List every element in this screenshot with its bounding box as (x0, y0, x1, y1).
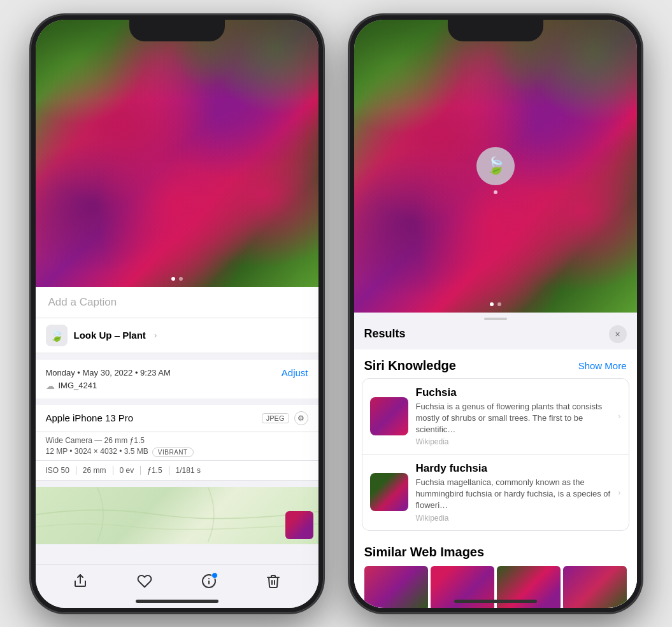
lookup-label: Look Up – Plant (74, 330, 146, 341)
mp-spec: 12 MP • 3024 × 4032 • 3.5 MB (46, 447, 148, 456)
hardy-fuchsia-chevron-icon: › (618, 488, 620, 497)
home-bar (136, 600, 218, 603)
share-button[interactable] (73, 574, 88, 589)
fuchsia-text: Fuchsia Fuchsia is a genus of flowering … (416, 386, 611, 447)
lookup-chevron-icon: › (154, 330, 157, 340)
results-panel: Results × Siri Knowledge Show More (354, 313, 637, 608)
siri-knowledge-header: Siri Knowledge Show More (354, 349, 637, 378)
hardy-fuchsia-source: Wikipedia (416, 514, 611, 523)
photo-date: Monday • May 30, 2022 • 9:23 AM (46, 368, 171, 377)
fuchsia-chevron-icon: › (618, 411, 620, 421)
similar-image-4[interactable] (563, 566, 627, 608)
hardy-fuchsia-name: Hardy fuchsia (416, 462, 611, 475)
format-badge: JPEG (262, 413, 289, 423)
knowledge-card: Fuchsia Fuchsia is a genus of flowering … (362, 378, 629, 531)
handle-bar (484, 318, 507, 320)
fuchsia-thumbnail (370, 397, 408, 435)
hardy-fuchsia-desc: Fuchsia magellanica, commonly known as t… (416, 477, 611, 512)
meta-section: Monday • May 30, 2022 • 9:23 AM Adjust ☁… (36, 360, 318, 398)
results-content: Siri Knowledge Show More Fuchsia (354, 349, 637, 608)
lookup-row[interactable]: 🍃 Look Up – Plant › (36, 318, 318, 353)
results-close-button[interactable]: × (609, 325, 627, 343)
fuchsia-source: Wikipedia (416, 437, 611, 446)
similar-section: Similar Web Images (354, 536, 637, 608)
similar-title: Similar Web Images (364, 545, 627, 560)
info-badge-dot (211, 572, 218, 579)
vibrant-badge: VIBRANT (152, 447, 194, 457)
show-more-button[interactable]: Show More (578, 360, 627, 371)
exif-ev: 0 ev (113, 466, 141, 475)
info-button[interactable] (201, 574, 217, 589)
caption-field[interactable]: Add a Caption (36, 287, 318, 318)
adjust-button[interactable]: Adjust (282, 367, 308, 378)
exif-focal: 26 mm (76, 466, 113, 475)
delete-button[interactable] (266, 574, 281, 589)
home-bar-right (454, 600, 537, 603)
siri-visual-search-badge[interactable]: 🍃 (476, 147, 515, 185)
siri-dot (494, 190, 497, 194)
hardy-fuchsia-thumbnail (370, 473, 408, 511)
page-dot-2 (179, 277, 183, 281)
exif-aperture: ƒ1.5 (141, 466, 169, 475)
gear-icon[interactable]: ⚙ (294, 411, 308, 425)
map-photo-thumb (285, 511, 313, 539)
filename: IMG_4241 (59, 381, 97, 390)
caption-placeholder: Add a Caption (48, 296, 117, 308)
results-title: Results (364, 327, 406, 341)
page-dot-r2 (497, 302, 501, 306)
exif-row: ISO 50 26 mm 0 ev ƒ1.5 1/181 s (36, 461, 318, 481)
map-preview[interactable] (36, 487, 318, 544)
flower-photo[interactable] (36, 20, 318, 287)
knowledge-item-fuchsia[interactable]: Fuchsia Fuchsia is a genus of flowering … (362, 379, 629, 455)
siri-knowledge-title: Siri Knowledge (364, 358, 456, 373)
device-section: Apple iPhone 13 Pro JPEG ⚙ Wide Camera —… (36, 405, 318, 481)
page-dot-r1 (490, 302, 494, 306)
like-button[interactable] (137, 574, 152, 589)
hardy-fuchsia-text: Hardy fuchsia Fuchsia magellanica, commo… (416, 462, 611, 523)
page-dot-1 (171, 277, 175, 281)
panel-handle (354, 313, 637, 323)
results-header: Results × (354, 323, 637, 349)
fuchsia-desc: Fuchsia is a genus of flowering plants t… (416, 401, 611, 436)
lookup-icon: 🍃 (46, 325, 68, 346)
notch (129, 20, 225, 41)
knowledge-item-hardy-fuchsia[interactable]: Hardy fuchsia Fuchsia magellanica, commo… (362, 454, 629, 530)
similar-image-1[interactable] (364, 566, 428, 608)
camera-spec: Wide Camera — 26 mm ƒ1.5 (46, 436, 308, 445)
flower-photo-right[interactable]: 🍃 (354, 20, 637, 313)
right-phone: 🍃 Results × (349, 15, 642, 613)
notch-right (448, 20, 543, 41)
exif-shutter: 1/181 s (169, 466, 207, 475)
left-phone: Add a Caption 🍃 Look Up – Plant › Monday… (31, 15, 324, 613)
cloud-icon: ☁ (46, 381, 55, 391)
exif-iso: ISO 50 (46, 466, 76, 475)
fuchsia-name: Fuchsia (416, 386, 611, 399)
device-name: Apple iPhone 13 Pro (46, 412, 134, 423)
